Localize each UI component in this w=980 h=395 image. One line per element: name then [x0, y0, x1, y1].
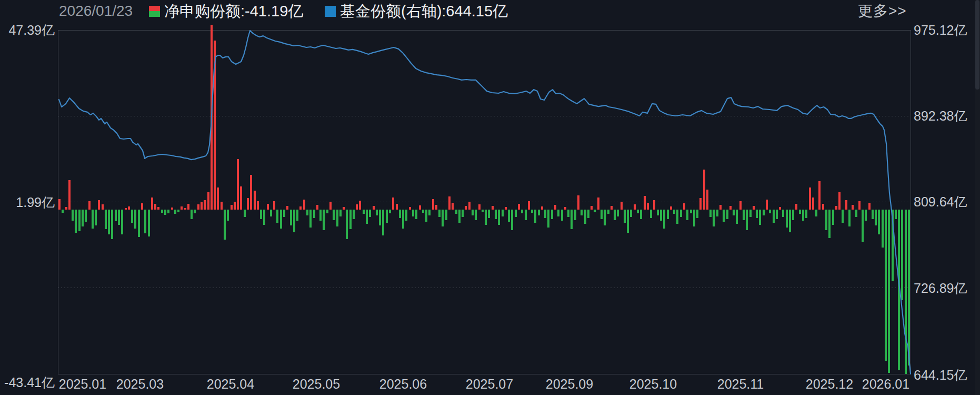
- bar[interactable]: [878, 210, 880, 234]
- bar[interactable]: [607, 210, 609, 214]
- bar[interactable]: [594, 210, 596, 212]
- bar[interactable]: [458, 210, 461, 223]
- bar[interactable]: [254, 191, 256, 210]
- bar[interactable]: [637, 210, 639, 213]
- bar[interactable]: [838, 192, 841, 209]
- bar[interactable]: [723, 210, 725, 222]
- bar[interactable]: [862, 210, 864, 242]
- bar[interactable]: [422, 210, 424, 213]
- bar[interactable]: [584, 210, 586, 224]
- bar[interactable]: [356, 204, 358, 210]
- bar[interactable]: [363, 210, 365, 214]
- bar[interactable]: [187, 204, 189, 210]
- bar[interactable]: [425, 210, 427, 222]
- bar[interactable]: [121, 210, 123, 234]
- bar[interactable]: [65, 207, 67, 209]
- bar[interactable]: [164, 210, 166, 215]
- page-scrollbar[interactable]: [975, 0, 980, 395]
- bar[interactable]: [832, 210, 834, 225]
- bar[interactable]: [498, 210, 500, 225]
- bar[interactable]: [396, 204, 398, 210]
- bar[interactable]: [207, 192, 209, 209]
- bar[interactable]: [630, 210, 632, 217]
- bar[interactable]: [597, 197, 599, 210]
- bar[interactable]: [657, 210, 659, 215]
- bar[interactable]: [296, 210, 298, 221]
- bar[interactable]: [181, 206, 183, 210]
- bar[interactable]: [373, 206, 375, 209]
- bar[interactable]: [825, 210, 827, 231]
- bar[interactable]: [865, 210, 867, 221]
- bar[interactable]: [369, 210, 371, 217]
- bar[interactable]: [343, 207, 345, 209]
- bar[interactable]: [240, 186, 242, 210]
- bar[interactable]: [706, 190, 708, 209]
- bar[interactable]: [465, 206, 467, 209]
- bar[interactable]: [280, 210, 282, 229]
- bar[interactable]: [95, 210, 97, 225]
- bar[interactable]: [627, 210, 629, 233]
- bar[interactable]: [244, 210, 246, 217]
- fund-shares-line[interactable]: [59, 31, 911, 374]
- bar[interactable]: [872, 210, 874, 219]
- bar[interactable]: [587, 210, 589, 218]
- bar[interactable]: [72, 210, 74, 221]
- bar[interactable]: [713, 210, 715, 226]
- bar[interactable]: [151, 197, 153, 210]
- bar[interactable]: [492, 206, 494, 210]
- bar[interactable]: [875, 210, 877, 225]
- bar[interactable]: [118, 210, 120, 225]
- bar[interactable]: [799, 210, 801, 214]
- bar[interactable]: [68, 180, 71, 210]
- bar[interactable]: [299, 206, 302, 210]
- bar[interactable]: [392, 197, 394, 210]
- bar[interactable]: [448, 196, 451, 210]
- bar[interactable]: [257, 201, 259, 210]
- bar[interactable]: [316, 205, 318, 210]
- bar[interactable]: [716, 210, 718, 216]
- bar[interactable]: [105, 210, 107, 229]
- bar[interactable]: [115, 210, 117, 221]
- bar[interactable]: [333, 210, 335, 220]
- bar[interactable]: [835, 206, 837, 210]
- bar[interactable]: [131, 210, 133, 223]
- bar[interactable]: [194, 210, 196, 213]
- bar[interactable]: [647, 203, 649, 210]
- bar[interactable]: [525, 210, 527, 220]
- bar[interactable]: [564, 207, 566, 209]
- bar[interactable]: [144, 210, 146, 233]
- bar[interactable]: [224, 210, 226, 240]
- bar[interactable]: [313, 210, 315, 218]
- bar[interactable]: [353, 210, 355, 219]
- bar[interactable]: [577, 195, 579, 210]
- bar[interactable]: [885, 210, 887, 361]
- bar[interactable]: [485, 210, 487, 225]
- bar[interactable]: [167, 210, 169, 213]
- bar[interactable]: [690, 210, 692, 213]
- bar[interactable]: [386, 210, 388, 223]
- bar[interactable]: [286, 206, 288, 210]
- bar[interactable]: [815, 210, 817, 216]
- bar[interactable]: [729, 206, 732, 209]
- bar[interactable]: [171, 208, 173, 210]
- bar[interactable]: [766, 200, 768, 210]
- bar[interactable]: [621, 202, 623, 209]
- bar[interactable]: [683, 203, 685, 210]
- bar[interactable]: [746, 210, 748, 231]
- bar[interactable]: [663, 210, 665, 229]
- bar[interactable]: [154, 204, 156, 210]
- bar[interactable]: [191, 210, 193, 219]
- bar[interactable]: [128, 206, 130, 210]
- bar[interactable]: [908, 210, 910, 366]
- bar[interactable]: [895, 210, 897, 219]
- bar[interactable]: [111, 210, 113, 239]
- bar[interactable]: [247, 198, 249, 210]
- bar[interactable]: [366, 210, 368, 224]
- bar[interactable]: [822, 204, 824, 210]
- scrollbar-thumb[interactable]: [975, 0, 979, 90]
- bar[interactable]: [753, 206, 755, 210]
- bar[interactable]: [488, 210, 490, 218]
- bar[interactable]: [462, 210, 464, 217]
- bar[interactable]: [92, 210, 94, 229]
- bar[interactable]: [792, 210, 794, 220]
